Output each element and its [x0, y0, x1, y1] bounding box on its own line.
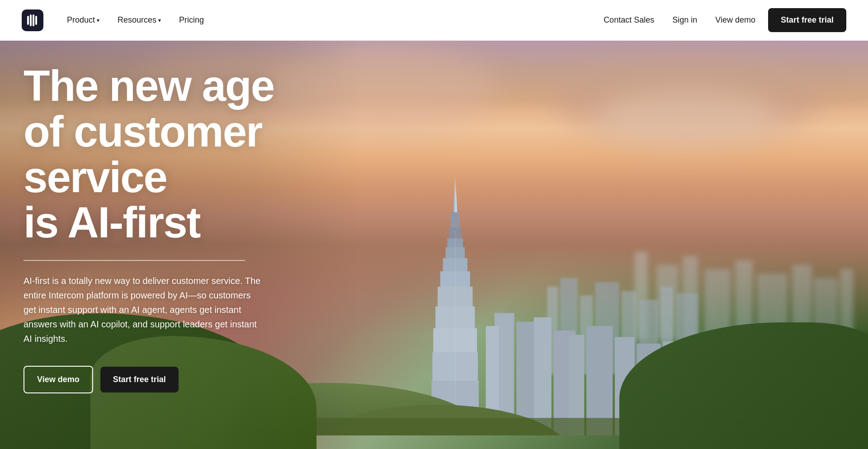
svg-rect-1 — [30, 14, 32, 26]
nav-right: Contact Sales Sign in View demo Start fr… — [598, 8, 846, 32]
cloud-4 — [597, 90, 778, 145]
nav-sign-in[interactable]: Sign in — [667, 12, 703, 28]
svg-marker-21 — [453, 177, 458, 217]
nav-left: Product ▾ Resources ▾ Pricing — [22, 9, 211, 31]
hero-section: The new age of customer service is AI-fi… — [0, 0, 868, 449]
hill-right — [619, 322, 868, 449]
nav-links: Product ▾ Resources ▾ Pricing — [60, 12, 211, 28]
nav-resources[interactable]: Resources ▾ — [110, 12, 168, 28]
svg-rect-0 — [27, 16, 29, 25]
hero-view-demo-button[interactable]: View demo — [24, 366, 93, 393]
navbar: Product ▾ Resources ▾ Pricing Contact Sa… — [0, 0, 868, 41]
product-chevron-icon: ▾ — [97, 17, 99, 24]
hero-start-trial-button[interactable]: Start free trial — [100, 367, 179, 392]
svg-rect-22 — [451, 212, 459, 230]
nav-pricing[interactable]: Pricing — [172, 12, 211, 28]
hero-divider — [24, 260, 245, 261]
logo[interactable] — [22, 9, 43, 31]
nav-product[interactable]: Product ▾ — [60, 12, 107, 28]
hero-content: The new age of customer service is AI-fi… — [24, 63, 412, 393]
hero-headline: The new age of customer service is AI-fi… — [24, 63, 412, 246]
svg-rect-2 — [33, 14, 34, 26]
svg-rect-3 — [35, 16, 37, 25]
hero-subtext: AI-first is a totally new way to deliver… — [24, 274, 263, 346]
nav-contact-sales[interactable]: Contact Sales — [598, 12, 660, 28]
resources-chevron-icon: ▾ — [158, 17, 161, 24]
hero-buttons: View demo Start free trial — [24, 366, 412, 393]
nav-view-demo[interactable]: View demo — [710, 12, 761, 28]
nav-start-trial-button[interactable]: Start free trial — [768, 8, 846, 32]
